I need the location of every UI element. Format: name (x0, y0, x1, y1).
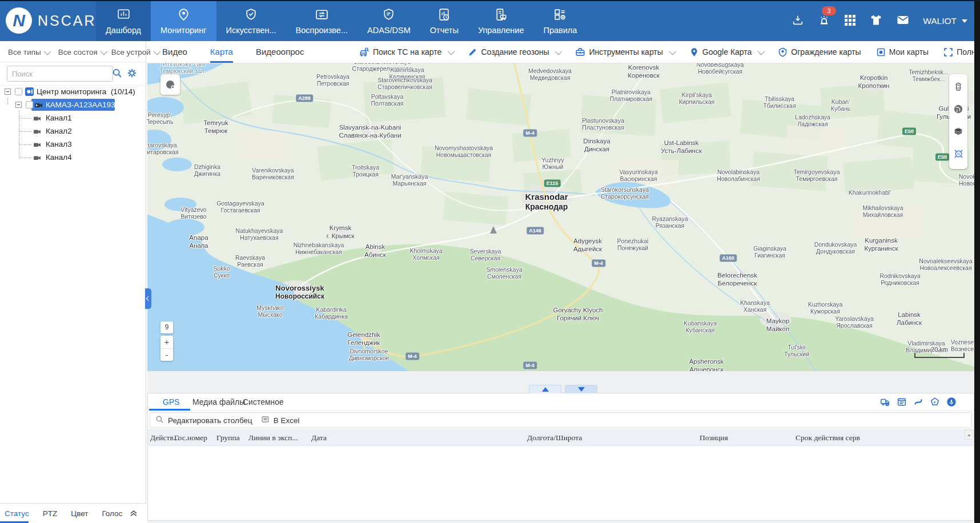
expand-panel-button[interactable] (529, 385, 561, 393)
zoom-out-button[interactable]: - (160, 349, 173, 361)
window-panel-icon[interactable] (897, 397, 907, 409)
replay-arrows-icon (315, 7, 329, 24)
search-vehicle-on-map[interactable]: Поиск ТС на карте (359, 47, 453, 58)
download-icon[interactable] (792, 14, 804, 29)
channel-row[interactable]: Канал1 (0, 112, 146, 124)
tab-voice[interactable]: Голос (102, 509, 122, 518)
tshirt-icon[interactable] (869, 13, 883, 29)
sidebar-collapse-handle[interactable] (145, 288, 151, 309)
filter-all-devices[interactable]: Все устрой (111, 48, 159, 57)
my-maps[interactable]: Мои карты (876, 47, 929, 57)
report-document-icon (437, 7, 451, 24)
map-canvas[interactable]: StaroderzhelievskayaСтароджерелиевскаяKa… (147, 63, 974, 371)
road-shield-badge: E50 (902, 128, 916, 135)
road-shield-badge: M-4 (523, 362, 537, 369)
map-place-label: GelendzhikГеленджик (347, 331, 380, 347)
edit-columns-button[interactable]: Редактировать столбец (168, 416, 252, 425)
zoom-in-button[interactable]: + (160, 336, 173, 349)
to-excel-button[interactable]: В Excel (274, 416, 300, 425)
fleet-management-icon (494, 7, 508, 24)
nav-dashboard[interactable]: Дашборд (96, 1, 151, 41)
vehicle-sidebar: Все типы Все состоя Все устрой Центр мон… (0, 41, 146, 523)
nav-label: Мониторинг (160, 26, 206, 35)
compass-target-icon[interactable]: N (953, 148, 964, 162)
root-checkbox[interactable] (15, 88, 22, 95)
geofence-pentagon-icon[interactable] (930, 397, 940, 409)
create-geofence[interactable]: Создание геозоны (468, 47, 560, 57)
triangle-up-icon (542, 387, 549, 392)
data-panel: GPS Медиа файлы Системное Редактировать … (147, 393, 974, 521)
search-icon[interactable] (112, 68, 122, 81)
column-header[interactable]: Долгота/Широта (527, 430, 582, 445)
tree-collapse-icon[interactable] (15, 102, 22, 108)
magnifier-icon (155, 415, 164, 425)
map-place-label: GostagayevskayaГостагаевская (216, 200, 264, 214)
collapse-double-chevron-icon[interactable] (129, 508, 138, 519)
vehicle-camera-icon (34, 101, 43, 112)
tab-color[interactable]: Цвет (71, 509, 88, 518)
gear-icon[interactable] (127, 68, 137, 81)
tab-gps[interactable]: GPS (163, 393, 180, 411)
apps-grid-icon[interactable] (844, 14, 856, 29)
tab-video-poll[interactable]: Видеоопрос (256, 41, 304, 63)
mail-icon[interactable] (896, 13, 910, 29)
road-shield-badge: E115 (544, 180, 561, 187)
nav-rules[interactable]: Правила (534, 1, 587, 41)
3d-cube-icon[interactable] (953, 126, 963, 139)
vehicle-checkbox[interactable] (26, 101, 33, 108)
vehicle-marker[interactable] (490, 226, 497, 234)
traffic-layer-icon[interactable] (953, 82, 963, 94)
tab-ptz[interactable]: PTZ (43, 509, 58, 518)
map-place-label: RyazanskayaРязанская (652, 215, 688, 230)
map-tools[interactable]: Инструменты карты (575, 47, 674, 57)
bottom-edge (147, 521, 974, 523)
track-route-icon[interactable] (913, 397, 923, 409)
user-menu[interactable]: WALIOT (923, 16, 967, 26)
tab-media-files[interactable]: Медиа файлы (192, 393, 245, 411)
top-navigation-bar: N NSCAR Дашборд Мониторинг Искусствен...… (0, 0, 980, 41)
channel-label: Канал2 (46, 127, 72, 135)
map-place-label: AdygeyskАдыгейск (573, 238, 602, 253)
truck-disable-icon[interactable] (880, 397, 890, 409)
channel-row[interactable]: Канал3 (0, 138, 146, 151)
lasso-select-button[interactable] (160, 74, 180, 95)
filter-all-types[interactable]: Все типы (8, 48, 49, 57)
map-place-label: Slavyansk-na-KubaniСлавянск-на-Кубани (339, 124, 401, 139)
nav-management[interactable]: Управление (468, 1, 534, 41)
nav-label: Отчеты (430, 26, 459, 35)
tree-collapse-icon[interactable] (5, 88, 11, 95)
channel-row[interactable]: Канал2 (0, 125, 146, 138)
filter-all-states[interactable]: Все состоя (58, 48, 106, 57)
zoom-level-indicator: 9 (160, 321, 173, 333)
column-header[interactable]: Позиция (700, 430, 728, 445)
channel-row[interactable]: Канал4 (0, 151, 146, 164)
nav-monitoring[interactable]: Мониторинг (151, 1, 216, 41)
tree-root-row[interactable]: Центр мониторинга (10/14) (0, 86, 146, 98)
tab-system[interactable]: Системное (243, 393, 284, 411)
map-fence[interactable]: Ограждение карты (778, 47, 861, 57)
tab-status[interactable]: Статус (5, 509, 29, 518)
collapse-panel-button[interactable] (565, 385, 597, 393)
column-header[interactable]: Линии в эксп... (248, 430, 298, 445)
column-header[interactable]: Гос.номер (174, 430, 207, 445)
column-header[interactable]: Дата (311, 430, 327, 445)
nav-reports[interactable]: Отчеты (420, 1, 468, 41)
earth-layer-icon[interactable] (953, 104, 963, 116)
scroll-up-arrow[interactable] (965, 430, 973, 440)
column-header[interactable]: Срок действия серв (796, 430, 860, 445)
channel-camera-icon (33, 128, 41, 138)
tab-video[interactable]: Видео (162, 41, 187, 63)
nav-playback[interactable]: Воспроизве... (286, 1, 358, 41)
map-layer-controls: N (949, 74, 967, 169)
tree-vehicle-row[interactable]: КАМАЗ-А123АА193 (0, 99, 146, 111)
nav-adas-dsm[interactable]: ADAS/DSM (358, 1, 420, 41)
alarm-bell-icon[interactable]: 3 (817, 13, 831, 29)
window-right-edge (974, 0, 980, 523)
search-input[interactable] (7, 66, 113, 82)
tab-map[interactable]: Карта (210, 41, 233, 63)
map-place-label: DivnomorskoeДивноморское (349, 348, 389, 362)
column-header[interactable]: Группа (216, 430, 240, 445)
nav-ai[interactable]: Искусствен... (216, 1, 286, 41)
google-map-select[interactable]: Google Карта (689, 47, 764, 57)
voice-mic-icon[interactable] (946, 397, 957, 409)
